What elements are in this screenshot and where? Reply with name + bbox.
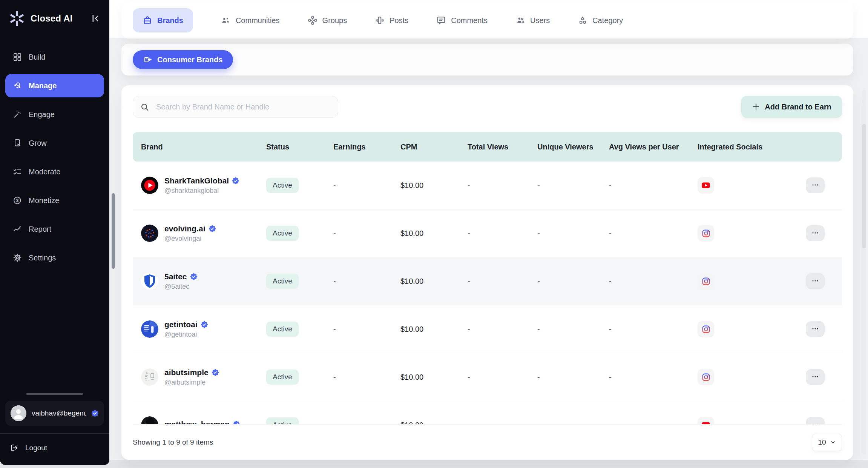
sidebar-item-label: Manage (29, 82, 57, 90)
sidebar-item-build[interactable]: Build (5, 45, 104, 69)
sidebar-item-moderate[interactable]: Moderate (5, 160, 104, 183)
ellipsis-icon (811, 229, 819, 238)
page-scrollbar-thumb[interactable] (862, 124, 866, 248)
socials-cell (689, 417, 806, 424)
device-play-icon (13, 139, 22, 148)
brand-cell: aibutsimple@aibutsimple (133, 368, 257, 386)
checklist-icon (13, 167, 22, 176)
status-cell: Active (257, 178, 324, 193)
status-badge: Active (266, 274, 299, 289)
tab-label: Posts (390, 16, 408, 25)
cpm-cell: $10.00 (391, 373, 459, 382)
top-nav: BrandsCommunitiesGroupsPostsCommentsUser… (121, 2, 853, 38)
search-input[interactable] (155, 102, 331, 112)
brand-name[interactable]: aibutsimple (164, 368, 219, 377)
brand-name-text: 5aitec (164, 272, 187, 281)
instagram-icon[interactable] (698, 225, 714, 242)
brand-name[interactable]: 5aitec (164, 272, 198, 281)
tab-groups[interactable]: Groups (308, 8, 347, 32)
cpm-cell: $10.00 (391, 277, 459, 286)
page-scrollbar[interactable] (862, 90, 866, 454)
people-group-icon (221, 15, 231, 25)
sidebar-item-grow[interactable]: Grow (5, 131, 104, 155)
status-badge: Active (266, 178, 299, 193)
brand-name-text: evolving.ai (164, 224, 205, 233)
sidebar-drag-handle[interactable] (26, 393, 83, 395)
consumer-brands-button[interactable]: Consumer Brands (133, 50, 233, 69)
total-views-cell: - (459, 277, 528, 286)
logout-button[interactable]: Logout (5, 434, 104, 454)
bottom-band (0, 460, 868, 468)
actions-cell (806, 321, 842, 337)
row-menu-button[interactable] (806, 321, 825, 337)
actions-cell (806, 177, 842, 193)
instagram-icon[interactable] (698, 273, 714, 289)
row-menu-button[interactable] (806, 417, 825, 424)
sidebar-item-manage[interactable]: Manage (5, 74, 104, 97)
tab-category[interactable]: Category (578, 8, 623, 32)
brand-name[interactable]: getintoai (164, 320, 208, 329)
sidebar-item-label: Grow (29, 139, 47, 148)
brand-handle: @5aitec (164, 283, 198, 291)
tab-brands[interactable]: Brands (133, 8, 193, 32)
tab-communities[interactable]: Communities (221, 8, 280, 32)
socials-cell (689, 369, 806, 385)
user-profile[interactable]: vaibhav@begenu... (5, 401, 104, 426)
filter-bar: Consumer Brands (121, 44, 853, 75)
unique-viewers-cell: - (528, 229, 600, 238)
table-footer: Showing 1 to 9 of 9 items 10 (133, 424, 842, 460)
table-row: matthew_bermanActive-$10.00--- (133, 401, 842, 424)
sidebar-item-label: Moderate (29, 168, 61, 176)
row-menu-button[interactable] (806, 273, 825, 289)
cpm-cell: $10.00 (391, 229, 459, 238)
brand-name-text: matthew_berman (164, 420, 230, 424)
user-avatar (11, 405, 26, 421)
instagram-icon[interactable] (698, 321, 714, 337)
brand-avatar (141, 320, 158, 338)
ellipsis-icon (811, 277, 819, 286)
verified-badge-icon (232, 177, 239, 185)
row-menu-button[interactable] (806, 225, 825, 241)
actions-cell (806, 225, 842, 241)
sidebar-item-monetize[interactable]: $Monetize (5, 189, 104, 212)
brand-name[interactable]: matthew_berman (164, 420, 240, 424)
page-size-value: 10 (818, 438, 826, 446)
column-header-cpm: CPM (391, 143, 459, 151)
brand-avatar (141, 225, 158, 242)
total-views-cell: - (459, 421, 528, 425)
unique-viewers-cell: - (528, 325, 600, 334)
cpm-cell: $10.00 (391, 181, 459, 190)
sidebar-collapse-icon[interactable] (90, 13, 101, 24)
sidebar-item-settings[interactable]: Settings (5, 246, 104, 269)
table-row: 5aitec@5aitecActive-$10.00--- (133, 257, 842, 305)
instagram-icon[interactable] (698, 369, 714, 385)
logout-icon (10, 443, 18, 452)
sidebar-item-engage[interactable]: Engage (5, 103, 104, 126)
grid-icon (13, 52, 22, 62)
page-size-select[interactable]: 10 (812, 434, 842, 451)
bag-icon (143, 15, 152, 25)
youtube-icon[interactable] (698, 417, 714, 424)
brand-handle: @getintoai (164, 331, 208, 339)
youtube-icon[interactable] (698, 177, 714, 194)
brand-name[interactable]: evolving.ai (164, 224, 216, 233)
tab-users[interactable]: Users (515, 8, 550, 32)
add-brand-button[interactable]: Add Brand to Earn (741, 96, 842, 118)
table-row: getintoai@getintoaiActive-$10.00--- (133, 305, 842, 353)
column-header-status: Status (257, 143, 324, 151)
row-menu-button[interactable] (806, 177, 825, 193)
brand-info: evolving.ai@evolvingai (164, 224, 216, 243)
status-badge: Active (266, 417, 299, 424)
tab-label: Brands (157, 16, 183, 25)
sidebar-item-label: Settings (29, 254, 56, 262)
unique-viewers-cell: - (528, 421, 600, 425)
gear-icon (13, 253, 22, 262)
tab-posts[interactable]: Posts (375, 8, 408, 32)
sidebar-scrollbar[interactable] (112, 193, 115, 269)
brand-name[interactable]: SharkTankGlobal (164, 176, 239, 185)
sidebar-item-report[interactable]: Report (5, 217, 104, 241)
row-menu-button[interactable] (806, 369, 825, 385)
verified-badge-icon (209, 225, 216, 232)
tab-comments[interactable]: Comments (436, 8, 488, 32)
brand-cell: getintoai@getintoai (133, 320, 257, 339)
